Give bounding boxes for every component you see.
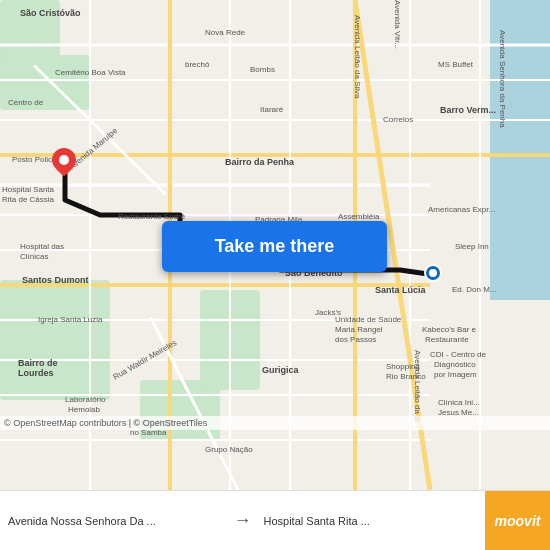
copyright-bar: © OpenStreetMap contributors | © OpenStr… xyxy=(0,416,550,430)
svg-point-24 xyxy=(429,269,437,277)
take-me-there-label: Take me there xyxy=(215,236,335,257)
bottom-navigation-bar: Avenida Nossa Senhora Da ... → Hospital … xyxy=(0,490,550,550)
route-arrow: → xyxy=(230,510,256,531)
svg-point-22 xyxy=(59,155,69,165)
moovit-logo: moovit xyxy=(485,491,550,551)
green-area-3 xyxy=(0,280,110,400)
green-area-5 xyxy=(200,290,260,390)
from-label: Avenida Nossa Senhora Da ... xyxy=(8,515,156,527)
map-container: São Cristóvão Nova Rede brechó Bombs MS … xyxy=(0,0,550,490)
to-label: Hospital Santa Rita ... xyxy=(264,515,370,527)
moovit-brand-text: moovit xyxy=(495,513,541,529)
origin-dot xyxy=(424,264,442,282)
green-area-2 xyxy=(0,55,90,110)
copyright-text: © OpenStreetMap contributors | © OpenStr… xyxy=(4,418,207,428)
destination-pin xyxy=(52,148,76,176)
take-me-there-button[interactable]: Take me there xyxy=(162,221,387,272)
arrow-icon: → xyxy=(234,510,252,531)
water-area xyxy=(490,0,550,300)
from-section: Avenida Nossa Senhora Da ... xyxy=(0,515,230,527)
to-section: Hospital Santa Rita ... xyxy=(256,515,486,527)
